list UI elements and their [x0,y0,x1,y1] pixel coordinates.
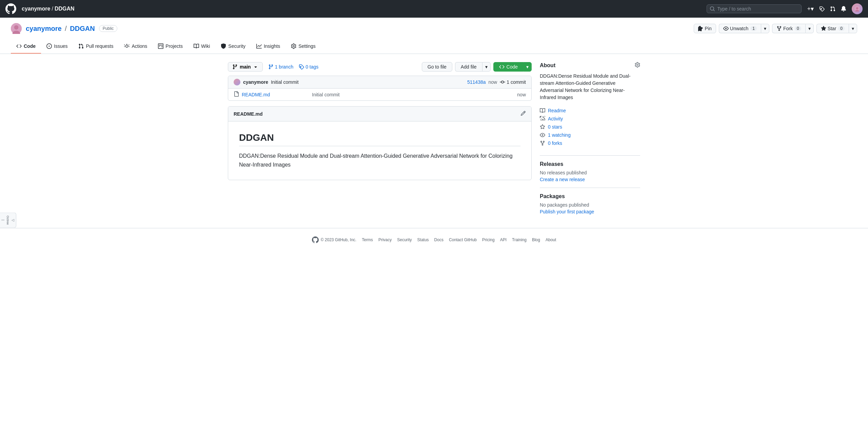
branch-count-link[interactable]: 1 branch [268,64,293,70]
create-release-link[interactable]: Create a new release [540,177,585,182]
file-table: cyanymore Initial commit 511438a now 1 c… [228,76,532,101]
commit-author[interactable]: cyanymore [243,79,268,85]
svg-point-4 [14,25,19,30]
nav-item-wiki[interactable]: Wiki [188,39,215,54]
timer-icon[interactable] [819,6,825,12]
nav-item-projects[interactable]: Projects [153,39,188,54]
about-description: DDGAN:Dense Residual Module and Dual-str… [540,73,640,101]
watch-button[interactable]: Unwatch 1 [719,24,761,33]
code-dropdown[interactable]: ▾ [523,62,532,72]
footer-about[interactable]: About [546,237,556,242]
nav-item-pull-requests[interactable]: Pull requests [73,39,119,54]
file-icon [234,91,239,98]
releases-title: Releases [540,161,640,167]
footer-status[interactable]: Status [417,237,429,242]
breadcrumb-repo[interactable]: DDGAN [55,6,75,12]
file-time: now [517,92,526,97]
github-logo[interactable] [5,3,16,14]
meta-watching[interactable]: 1 watching [540,131,640,139]
repo-title: cyanymore / DDGAN [26,25,95,33]
footer-logo: © 2023 GitHub, Inc. [312,236,357,243]
footer-api[interactable]: API [500,237,507,242]
nav-insights-label: Insights [264,43,280,49]
footer-pricing[interactable]: Pricing [482,237,495,242]
about-title: About [540,62,555,69]
nav-item-issues[interactable]: Issues [41,39,73,54]
footer-security[interactable]: Security [397,237,412,242]
visibility-badge: Public [99,25,118,32]
nav-pr-label: Pull requests [86,43,113,49]
footer-terms[interactable]: Terms [362,237,373,242]
watch-dropdown-button[interactable]: ▾ [761,24,769,33]
footer-blog[interactable]: Blog [532,237,540,242]
user-avatar[interactable] [852,3,863,14]
tag-count-link[interactable]: 0 tags [299,64,318,70]
left-side-tab[interactable]: ◁ Octree | [0,212,16,228]
breadcrumb-sep: / [52,6,53,12]
create-icon[interactable]: +▾ [807,5,814,13]
meta-activity[interactable]: Activity [540,115,640,123]
table-row: README.md Initial commit now [228,89,531,100]
no-packages-text: No packages published [540,202,640,208]
footer-contact[interactable]: Contact GitHub [449,237,477,242]
commit-hash[interactable]: 511438a [467,79,486,85]
fork-label: Fork [783,26,793,31]
fork-dropdown-button[interactable]: ▾ [805,24,814,33]
tag-count: 0 tags [305,64,318,70]
watching-link[interactable]: 1 watching [548,132,571,138]
nav-item-security[interactable]: Security [215,39,251,54]
nav-item-actions[interactable]: Actions [119,39,153,54]
activity-link[interactable]: Activity [548,116,563,121]
edit-readme-icon[interactable] [520,111,526,117]
forks-link[interactable]: 0 forks [548,140,562,146]
nav-item-insights[interactable]: Insights [251,39,285,54]
add-file-button-group: Add file ▾ [455,62,491,72]
repo-avatar [11,23,22,34]
commit-avatar [234,79,240,85]
repo-name-link[interactable]: DDGAN [70,25,95,32]
watch-count: 1 [750,26,757,31]
readme-link[interactable]: Readme [548,108,566,113]
star-button[interactable]: Star 0 [816,24,849,33]
goto-file-button[interactable]: Go to file [422,62,452,72]
search-bar[interactable]: Type / to search [707,4,802,13]
readme-body: DDGAN DDGAN:Dense Residual Module and Du… [228,121,531,180]
top-nav: cyanymore / DDGAN Type / to search +▾ [0,0,868,18]
about-header: About [540,62,640,69]
add-file-dropdown[interactable]: ▾ [482,62,491,72]
meta-readme[interactable]: Readme [540,107,640,115]
star-dropdown-button[interactable]: ▾ [849,24,857,33]
nav-item-settings[interactable]: Settings [285,39,321,54]
about-gear-icon[interactable] [635,62,640,69]
footer-privacy[interactable]: Privacy [378,237,392,242]
file-name[interactable]: README.md [242,92,309,97]
breadcrumb-user[interactable]: cyanymore [22,6,51,12]
stars-link[interactable]: 0 stars [548,124,562,130]
repo-owner-link[interactable]: cyanymore [26,25,62,32]
meta-forks[interactable]: 0 forks [540,139,640,147]
code-button[interactable]: Code [493,62,523,72]
branch-selector[interactable]: main [228,62,263,72]
releases-section: Releases No releases published Create a … [540,161,640,182]
meta-stars[interactable]: 0 stars [540,123,640,131]
nav-wiki-label: Wiki [201,43,210,49]
branch-meta: 1 branch 0 tags [268,64,319,70]
add-file-button[interactable]: Add file [455,62,482,72]
sidebar-divider-2 [540,188,640,188]
footer-training[interactable]: Training [512,237,527,242]
svg-point-1 [856,7,858,9]
pull-request-icon[interactable] [830,6,835,12]
nav-item-code[interactable]: Code [11,39,41,54]
fork-button[interactable]: Fork 0 [772,24,805,33]
repo-header-actions: Pin Unwatch 1 ▾ Fork 0 ▾ Star 0 ▾ [694,24,857,33]
breadcrumb: cyanymore / DDGAN [22,6,75,12]
code-btn-label: Code [507,64,518,70]
pin-button[interactable]: Pin [694,24,716,33]
footer-docs[interactable]: Docs [434,237,443,242]
publish-package-link[interactable]: Publish your first package [540,209,594,214]
watch-label: Unwatch [730,26,748,31]
notification-icon[interactable] [841,6,846,12]
commit-row: cyanymore Initial commit 511438a now 1 c… [228,76,531,89]
commit-count[interactable]: 1 commit [500,79,526,85]
repo-title-sep: / [65,25,67,32]
